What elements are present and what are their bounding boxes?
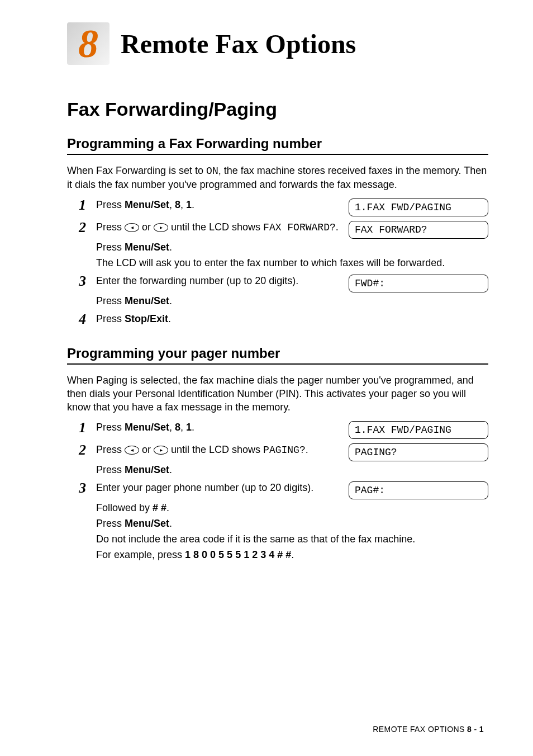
step-text: Followed by # #. xyxy=(96,500,488,515)
step-text: Press Menu/Set. xyxy=(96,462,488,477)
text: . xyxy=(168,313,171,324)
key-menu-set: Menu/Set xyxy=(125,518,169,529)
chapter-title: Remote Fax Options xyxy=(121,29,356,59)
text: , xyxy=(169,199,175,210)
subsection-title-pager: Programming your pager number xyxy=(67,346,488,365)
text: or xyxy=(139,221,154,233)
text: Press xyxy=(96,422,125,433)
text: Press xyxy=(96,313,125,324)
step-number: 3 xyxy=(72,480,86,562)
text: For example, press xyxy=(96,549,185,560)
text: . xyxy=(169,242,172,253)
text: . xyxy=(166,502,169,513)
text: . xyxy=(169,464,172,475)
step-text: Press Menu/Set. xyxy=(96,294,488,308)
text: Press xyxy=(96,242,125,253)
text: , xyxy=(180,199,186,210)
step-number: 1 xyxy=(72,420,86,439)
step-number: 1 xyxy=(72,197,86,216)
key-1: 1 xyxy=(186,422,192,433)
step-1: 1 Press Menu/Set, 8, 1. 1.FAX FWD/PAGING xyxy=(72,420,488,439)
key-menu-set: Menu/Set xyxy=(125,199,169,210)
step-text: Press Menu/Set. xyxy=(96,240,488,254)
text: , xyxy=(180,422,186,433)
key-8: 8 xyxy=(175,199,180,210)
step-text: Enter the forwarding number (up to 20 di… xyxy=(96,273,341,288)
key-menu-set: Menu/Set xyxy=(125,242,169,253)
key-menu-set: Menu/Set xyxy=(125,422,169,433)
step-number: 2 xyxy=(72,220,86,270)
arrow-left-icon: ◂ xyxy=(125,446,139,455)
intro-paragraph: When Fax Forwarding is set to ON, the fa… xyxy=(67,164,488,192)
footer-label: REMOTE FAX OPTIONS xyxy=(373,725,467,734)
text: . xyxy=(336,221,339,233)
text: Press xyxy=(96,518,125,529)
step-text: The LCD will ask you to enter the fax nu… xyxy=(96,256,488,270)
text: Press xyxy=(96,464,125,475)
step-text: Press Menu/Set, 8, 1. xyxy=(96,197,341,212)
key-stop-exit: Stop/Exit xyxy=(125,313,168,324)
text: . xyxy=(192,199,194,210)
section-title: Fax Forwarding/Paging xyxy=(67,98,488,120)
step-text: Enter your pager phone number (up to 20 … xyxy=(96,480,341,495)
chapter-number-badge: 8 xyxy=(67,22,110,65)
chapter-header: 8 Remote Fax Options xyxy=(67,22,488,65)
text: . xyxy=(169,295,172,306)
steps-list: 1 Press Menu/Set, 8, 1. 1.FAX FWD/PAGING… xyxy=(72,420,488,563)
step-number: 3 xyxy=(72,273,86,308)
step-text: Press Menu/Set, 8, 1. xyxy=(96,420,341,434)
arrow-left-icon: ◂ xyxy=(125,223,139,232)
key-menu-set: Menu/Set xyxy=(125,464,169,475)
arrow-right-icon: ▸ xyxy=(154,446,168,455)
footer-page-number: 8 - 1 xyxy=(467,725,484,734)
lcd-display: PAG#: xyxy=(349,481,488,499)
step-text: Press ◂ or ▸ until the LCD shows FAX FOR… xyxy=(96,220,341,235)
lcd-display: FWD#: xyxy=(349,275,488,292)
text: . xyxy=(169,518,172,529)
text: When Fax Forwarding is set to xyxy=(67,165,206,176)
intro-paragraph: When Paging is selected, the fax machine… xyxy=(67,374,488,414)
lcd-display: 1.FAX FWD/PAGING xyxy=(349,199,488,216)
text: . xyxy=(291,549,294,560)
step-number: 4 xyxy=(72,311,86,328)
text: Press xyxy=(96,295,125,306)
key-8: 8 xyxy=(175,422,180,433)
lcd-text-inline: PAGING? xyxy=(263,445,306,456)
text: Press xyxy=(96,221,125,233)
lcd-text-inline: FAX FORWARD? xyxy=(263,222,336,233)
subsection-title-fax-forwarding: Programming a Fax Forwarding number xyxy=(67,136,488,155)
text: until the LCD shows xyxy=(168,221,263,233)
text: . xyxy=(192,422,194,433)
lcd-display: FAX FORWARD? xyxy=(349,221,488,239)
step-text: Press Menu/Set. xyxy=(96,516,488,531)
step-2: 2 Press ◂ or ▸ until the LCD shows PAGIN… xyxy=(72,442,488,477)
text: until the LCD shows xyxy=(168,444,263,455)
text: or xyxy=(139,444,154,455)
step-3: 3 Enter the forwarding number (up to 20 … xyxy=(72,273,488,308)
text: Press xyxy=(96,444,125,455)
key-1: 1 xyxy=(186,199,192,210)
step-text: Do not include the area code if it is th… xyxy=(96,532,488,546)
example-keys: 1 8 0 0 5 5 5 1 2 3 4 # # xyxy=(185,549,291,560)
arrow-right-icon: ▸ xyxy=(154,223,168,232)
text: Press xyxy=(96,199,125,210)
key-hash-hash: # # xyxy=(153,502,166,513)
text: . xyxy=(306,444,308,455)
step-3: 3 Enter your pager phone number (up to 2… xyxy=(72,480,488,562)
page-footer: REMOTE FAX OPTIONS 8 - 1 xyxy=(373,725,484,734)
lcd-display: PAGING? xyxy=(349,443,488,461)
step-2: 2 Press ◂ or ▸ until the LCD shows FAX F… xyxy=(72,220,488,270)
step-1: 1 Press Menu/Set, 8, 1. 1.FAX FWD/PAGING xyxy=(72,197,488,216)
key-menu-set: Menu/Set xyxy=(125,295,169,306)
text: Followed by xyxy=(96,502,153,513)
step-4: 4 Press Stop/Exit. xyxy=(72,311,488,328)
text: , xyxy=(169,422,175,433)
lcd-display: 1.FAX FWD/PAGING xyxy=(349,421,488,439)
step-number: 2 xyxy=(72,442,86,477)
step-text: For example, press 1 8 0 0 5 5 5 1 2 3 4… xyxy=(96,547,488,562)
step-text: Press Stop/Exit. xyxy=(96,311,488,326)
steps-list: 1 Press Menu/Set, 8, 1. 1.FAX FWD/PAGING… xyxy=(72,197,488,328)
text-on: ON xyxy=(206,166,218,177)
step-text: Press ◂ or ▸ until the LCD shows PAGING?… xyxy=(96,442,341,457)
